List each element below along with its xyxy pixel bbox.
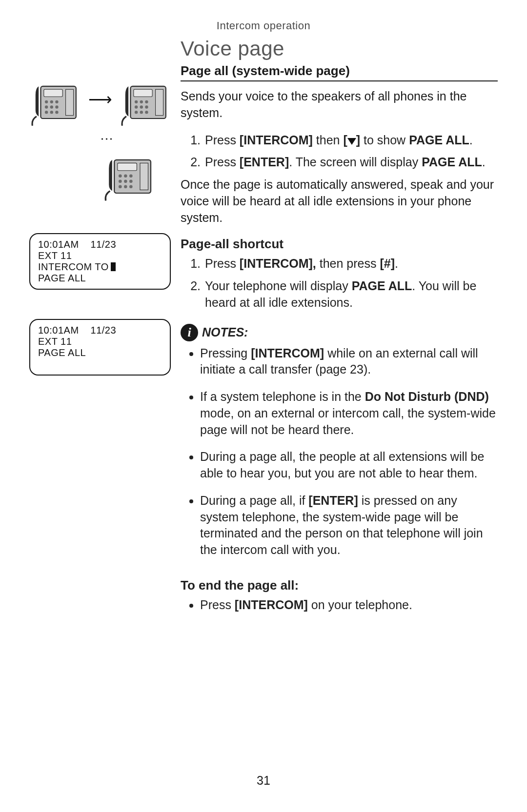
svg-rect-13 bbox=[133, 89, 152, 97]
svg-point-33 bbox=[119, 185, 122, 189]
lcd2-date: 11/23 bbox=[91, 325, 117, 336]
svg-point-17 bbox=[145, 100, 148, 103]
svg-point-32 bbox=[129, 180, 133, 183]
section2-heading: Page-all shortcut bbox=[181, 237, 498, 252]
svg-point-20 bbox=[145, 105, 148, 108]
svg-rect-25 bbox=[118, 163, 137, 170]
list-item: Press [INTERCOM] on your telephone. bbox=[200, 597, 498, 614]
list-item: Press [ENTER]. The screen will display P… bbox=[204, 154, 498, 171]
svg-point-4 bbox=[50, 100, 53, 103]
list-item: If a system telephone is in the Do Not D… bbox=[200, 389, 498, 438]
svg-point-15 bbox=[134, 100, 137, 103]
end-heading: To end the page all: bbox=[181, 578, 498, 593]
info-icon: i bbox=[181, 324, 198, 341]
text: then press bbox=[316, 257, 380, 270]
phone-icon bbox=[119, 76, 171, 130]
key-enter: [ENTER] bbox=[240, 155, 289, 169]
text: Press bbox=[205, 133, 240, 147]
svg-point-3 bbox=[45, 100, 48, 103]
svg-point-34 bbox=[124, 185, 127, 189]
list-item: Press [INTERCOM], then press [#]. bbox=[204, 256, 498, 272]
svg-point-18 bbox=[134, 105, 137, 108]
page-title: Voice page bbox=[181, 37, 498, 60]
lcd2-line2: EXT 11 bbox=[38, 336, 162, 347]
svg-point-16 bbox=[140, 100, 142, 103]
label-dnd: Do Not Disturb (DND) bbox=[365, 390, 489, 403]
header-category: Intercom operation bbox=[29, 20, 498, 32]
svg-point-5 bbox=[55, 100, 58, 103]
lcd1-line3: INTERCOM TO bbox=[38, 261, 162, 273]
key-intercom: [INTERCOM] bbox=[240, 133, 313, 147]
lcd1-line3-text: INTERCOM TO bbox=[38, 261, 109, 272]
key-intercom: [INTERCOM] bbox=[251, 346, 324, 360]
svg-point-35 bbox=[129, 185, 133, 189]
text: to show bbox=[360, 133, 409, 147]
svg-point-30 bbox=[119, 180, 122, 183]
notes-list: Pressing [INTERCOM] while on an external… bbox=[181, 345, 498, 558]
text: Pressing bbox=[200, 346, 251, 360]
lcd2-line3: PAGE ALL bbox=[38, 347, 162, 358]
text: . The screen will display bbox=[289, 155, 422, 169]
text: During a page all, if bbox=[200, 494, 308, 507]
text: then bbox=[313, 133, 344, 147]
vertical-ellipsis-icon: ⋮ bbox=[102, 133, 110, 147]
cursor-icon bbox=[111, 262, 116, 271]
lcd-screen-1: 10:01AM 11/23 EXT 11 INTERCOM TO PAGE AL… bbox=[29, 233, 171, 290]
svg-point-19 bbox=[140, 105, 142, 108]
heading-rule bbox=[181, 80, 498, 81]
section1-after: Once the page is automatically answered,… bbox=[181, 177, 498, 226]
svg-point-28 bbox=[124, 175, 127, 178]
key-intercom: [INTERCOM] bbox=[235, 598, 308, 612]
lcd1-date: 11/23 bbox=[91, 239, 117, 250]
key-enter: [ENTER] bbox=[308, 494, 358, 507]
text: on your telephone. bbox=[308, 598, 412, 612]
text: Your telephone will display bbox=[205, 279, 352, 293]
list-item: Your telephone will display PAGE ALL. Yo… bbox=[204, 278, 498, 311]
list-item: During a page all, if [ENTER] is pressed… bbox=[200, 493, 498, 558]
phone-diagram-row: ⟶ bbox=[29, 76, 171, 130]
svg-point-29 bbox=[129, 175, 133, 178]
text: . bbox=[482, 155, 486, 169]
text: . bbox=[469, 133, 473, 147]
text: Press bbox=[205, 257, 240, 270]
svg-point-7 bbox=[50, 105, 53, 108]
svg-rect-14 bbox=[155, 89, 163, 115]
phone-icon bbox=[29, 76, 81, 130]
svg-point-11 bbox=[55, 111, 58, 114]
svg-point-22 bbox=[140, 111, 142, 114]
svg-point-8 bbox=[55, 105, 58, 108]
svg-point-21 bbox=[134, 111, 137, 114]
svg-rect-1 bbox=[44, 89, 62, 97]
label-page-all: PAGE ALL bbox=[409, 133, 469, 147]
text: If a system telephone is in the bbox=[200, 390, 365, 403]
arrow-right-icon: ⟶ bbox=[88, 91, 112, 107]
svg-point-9 bbox=[45, 111, 48, 114]
label-page-all: PAGE ALL bbox=[422, 155, 482, 169]
end-list: Press [INTERCOM] on your telephone. bbox=[181, 597, 498, 614]
lcd1-time: 10:01AM bbox=[38, 239, 79, 250]
svg-point-31 bbox=[124, 180, 127, 183]
svg-point-10 bbox=[50, 111, 53, 114]
key-hash: [#] bbox=[380, 257, 395, 270]
list-item: Pressing [INTERCOM] while on an external… bbox=[200, 345, 498, 378]
label-page-all: PAGE ALL bbox=[352, 279, 412, 293]
main-text-column: Voice page Page all (system-wide page) S… bbox=[181, 37, 498, 616]
key-intercom: [INTERCOM], bbox=[240, 257, 316, 270]
notes-heading: i NOTES: bbox=[181, 324, 498, 341]
lcd-screen-2: 10:01AM 11/23 EXT 11 PAGE ALL bbox=[29, 319, 171, 376]
svg-point-6 bbox=[45, 105, 48, 108]
list-item: During a page all, the people at all ext… bbox=[200, 449, 498, 482]
section1-intro: Sends your voice to the speakers of all … bbox=[181, 88, 498, 121]
text: Press bbox=[200, 598, 235, 612]
svg-rect-26 bbox=[140, 163, 148, 190]
section2-steps: Press [INTERCOM], then press [#]. Your t… bbox=[181, 256, 498, 311]
section1-heading: Page all (system-wide page) bbox=[181, 63, 498, 79]
section1-steps: Press [INTERCOM] then [] to show PAGE AL… bbox=[181, 132, 498, 171]
phone-icon bbox=[102, 150, 156, 204]
notes-label: NOTES: bbox=[202, 325, 248, 339]
svg-point-23 bbox=[145, 111, 148, 114]
lcd2-time: 10:01AM bbox=[38, 325, 79, 336]
left-illustration-column: ⟶ ⋮ bbox=[29, 37, 181, 376]
lcd1-line2: EXT 11 bbox=[38, 250, 162, 261]
text: . bbox=[395, 257, 398, 270]
